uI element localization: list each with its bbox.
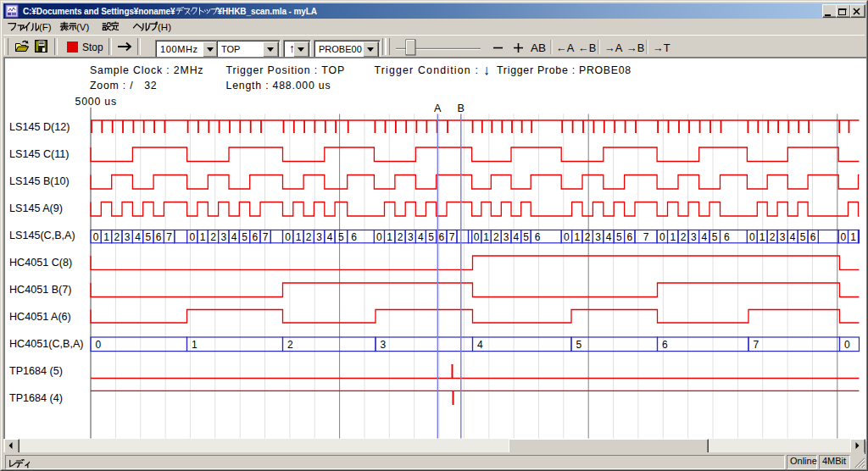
svg-text:Length : 488.000 us: Length : 488.000 us bbox=[226, 80, 331, 91]
svg-text:3: 3 bbox=[220, 231, 226, 243]
svg-text:LS145 B(10): LS145 B(10) bbox=[9, 175, 70, 187]
svg-text:LS145(C,B,A): LS145(C,B,A) bbox=[9, 230, 75, 241]
svg-text:HC4051 C(8): HC4051 C(8) bbox=[9, 257, 72, 269]
svg-text:2: 2 bbox=[770, 231, 776, 243]
svg-text:3: 3 bbox=[595, 231, 601, 243]
svg-text:2: 2 bbox=[398, 231, 403, 243]
svg-text:0: 0 bbox=[659, 231, 665, 243]
svg-text:4: 4 bbox=[418, 231, 424, 243]
svg-text:1: 1 bbox=[296, 231, 302, 243]
svg-text:Trigger Position : TOP: Trigger Position : TOP bbox=[226, 64, 346, 76]
svg-text:0: 0 bbox=[474, 231, 480, 243]
svg-text:TP1684 (5): TP1684 (5) bbox=[9, 365, 63, 377]
svg-text:3: 3 bbox=[691, 231, 697, 243]
svg-text:7: 7 bbox=[643, 231, 649, 243]
svg-text:4: 4 bbox=[327, 231, 333, 243]
svg-text:6: 6 bbox=[535, 231, 541, 243]
svg-text:3: 3 bbox=[125, 231, 131, 243]
svg-text:4: 4 bbox=[606, 231, 612, 243]
svg-text:TP1684 (4): TP1684 (4) bbox=[9, 392, 63, 404]
svg-text:Zoom : / 32: Zoom : / 32 bbox=[90, 80, 157, 91]
svg-text:6: 6 bbox=[156, 231, 162, 243]
svg-text:2: 2 bbox=[210, 231, 216, 243]
svg-text:5000 us: 5000 us bbox=[75, 96, 117, 108]
svg-text:0: 0 bbox=[841, 231, 847, 243]
svg-text:Trigger Probe : PROBE08: Trigger Probe : PROBE08 bbox=[497, 64, 632, 76]
svg-text:6: 6 bbox=[438, 231, 444, 243]
svg-text:4: 4 bbox=[514, 231, 520, 243]
svg-text:7: 7 bbox=[166, 231, 172, 243]
svg-text:5: 5 bbox=[428, 231, 434, 243]
svg-text:0: 0 bbox=[749, 231, 755, 243]
svg-text:2: 2 bbox=[306, 231, 312, 243]
svg-text:4: 4 bbox=[701, 231, 707, 243]
svg-text:5: 5 bbox=[242, 231, 248, 243]
svg-text:HC4051(C,B,A): HC4051(C,B,A) bbox=[9, 338, 84, 350]
svg-text:5: 5 bbox=[146, 231, 152, 243]
svg-text:Trigger Condition : ↓: Trigger Condition : ↓ bbox=[375, 62, 492, 77]
svg-text:3: 3 bbox=[780, 231, 786, 243]
svg-text:1: 1 bbox=[387, 231, 392, 243]
svg-text:3: 3 bbox=[381, 339, 387, 351]
svg-text:4: 4 bbox=[135, 231, 141, 243]
svg-text:LS145 C(11): LS145 C(11) bbox=[9, 148, 69, 160]
svg-text:5: 5 bbox=[338, 231, 344, 243]
svg-text:2: 2 bbox=[681, 231, 687, 243]
svg-text:4: 4 bbox=[477, 339, 483, 351]
svg-text:1: 1 bbox=[760, 231, 765, 243]
svg-text:4: 4 bbox=[790, 231, 796, 243]
svg-text:1: 1 bbox=[483, 231, 489, 243]
svg-text:0: 0 bbox=[96, 339, 102, 351]
svg-text:1: 1 bbox=[850, 231, 856, 243]
svg-text:6: 6 bbox=[626, 231, 632, 243]
svg-text:5: 5 bbox=[616, 231, 622, 243]
svg-text:LS145 D(12): LS145 D(12) bbox=[9, 121, 70, 133]
svg-text:7: 7 bbox=[754, 339, 760, 351]
svg-text:2: 2 bbox=[114, 231, 120, 243]
svg-text:7: 7 bbox=[449, 231, 455, 243]
svg-text:0: 0 bbox=[285, 231, 291, 243]
svg-text:2: 2 bbox=[493, 231, 499, 243]
svg-text:7: 7 bbox=[263, 231, 269, 243]
svg-text:1: 1 bbox=[103, 231, 109, 243]
svg-text:5: 5 bbox=[576, 339, 582, 351]
svg-text:5: 5 bbox=[712, 231, 718, 243]
svg-text:4: 4 bbox=[231, 231, 237, 243]
svg-text:Sample Clock : 2MHz: Sample Clock : 2MHz bbox=[90, 64, 203, 76]
svg-text:1: 1 bbox=[192, 339, 198, 351]
svg-text:A: A bbox=[434, 103, 442, 114]
svg-text:5: 5 bbox=[800, 231, 806, 243]
svg-text:0: 0 bbox=[189, 231, 195, 243]
svg-text:0: 0 bbox=[376, 231, 382, 243]
svg-text:0: 0 bbox=[564, 231, 570, 243]
svg-text:6: 6 bbox=[724, 231, 730, 243]
svg-text:3: 3 bbox=[316, 231, 322, 243]
svg-text:6: 6 bbox=[253, 231, 259, 243]
svg-text:1: 1 bbox=[200, 231, 206, 243]
svg-text:6: 6 bbox=[810, 231, 816, 243]
svg-text:1: 1 bbox=[670, 231, 676, 243]
svg-text:3: 3 bbox=[504, 231, 509, 243]
svg-text:2: 2 bbox=[287, 339, 293, 351]
svg-text:1: 1 bbox=[574, 231, 580, 243]
svg-text:5: 5 bbox=[523, 231, 529, 243]
svg-text:2: 2 bbox=[585, 231, 591, 243]
svg-text:HC4051 B(7): HC4051 B(7) bbox=[9, 284, 72, 296]
svg-text:6: 6 bbox=[662, 339, 668, 351]
svg-text:0: 0 bbox=[844, 339, 850, 351]
svg-text:6: 6 bbox=[351, 231, 357, 243]
svg-text:HC4051 A(6): HC4051 A(6) bbox=[9, 311, 71, 323]
svg-text:0: 0 bbox=[93, 231, 99, 243]
svg-text:3: 3 bbox=[408, 231, 414, 243]
svg-text:B: B bbox=[458, 103, 465, 114]
svg-text:LS145 A(9): LS145 A(9) bbox=[9, 202, 63, 214]
